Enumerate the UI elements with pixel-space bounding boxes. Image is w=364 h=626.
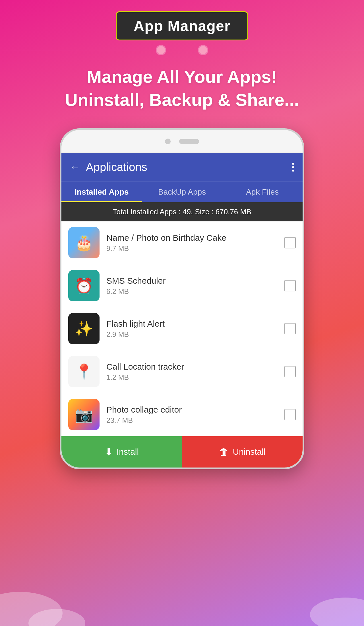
stats-bar: Total Installed Apps : 49, Size : 670.76…: [61, 202, 303, 221]
app-size-call: 1.2 MB: [106, 373, 284, 382]
phone-camera: [165, 139, 171, 144]
tagline: Manage All Your Apps! Uninstall, Backup …: [48, 65, 316, 111]
app-size-birthday: 9.7 MB: [106, 244, 284, 253]
call-icon: 📍: [68, 356, 100, 387]
app-info-birthday: Name / Photo on Birthday Cake 9.7 MB: [106, 233, 284, 253]
birthday-icon: 🎂: [68, 227, 100, 258]
app-info-photo: Photo collage editor 23.7 MB: [106, 405, 284, 425]
phone-top: [61, 130, 303, 153]
app-info-call: Call Location tracker 1.2 MB: [106, 362, 284, 382]
app-size-sms: 6.2 MB: [106, 287, 284, 296]
more-dot-1: [292, 163, 294, 165]
app-name-birthday: Name / Photo on Birthday Cake: [106, 233, 284, 243]
app-list: 🎂 Name / Photo on Birthday Cake 9.7 MB ⏰…: [61, 221, 303, 436]
app-bar-title: Applications: [86, 161, 147, 174]
app-bar: ← Applications: [61, 153, 303, 182]
app-icon-flash: ✨: [68, 313, 100, 344]
app-checkbox-flash[interactable]: [284, 323, 296, 334]
app-name-flash: Flash light Alert: [106, 319, 284, 329]
tagline-line2: Uninstall, Backup & Share...: [65, 88, 299, 112]
app-icon-call: 📍: [68, 356, 100, 387]
app-icon-photo: 📷: [68, 399, 100, 430]
deco-line: [0, 46, 364, 54]
photo-icon: 📷: [68, 399, 100, 430]
install-icon: ⬇: [105, 446, 113, 458]
app-checkbox-sms[interactable]: [284, 280, 296, 291]
bottom-buttons: ⬇ Install 🗑 Uninstall: [61, 436, 303, 468]
app-checkbox-birthday[interactable]: [284, 237, 296, 248]
more-dot-2: [292, 166, 294, 168]
phone-speaker: [179, 139, 199, 144]
app-icon-sms: ⏰: [68, 270, 100, 301]
top-header: App Manager Manage All Your Apps! Uninst…: [0, 0, 364, 111]
more-menu-button[interactable]: [292, 163, 294, 172]
flash-icon: ✨: [68, 313, 100, 344]
cloud-2: [310, 598, 364, 626]
app-info-flash: Flash light Alert 2.9 MB: [106, 319, 284, 339]
uninstall-button[interactable]: 🗑 Uninstall: [182, 436, 303, 468]
app-item-sms[interactable]: ⏰ SMS Scheduler 6.2 MB: [61, 264, 303, 307]
app-size-flash: 2.9 MB: [106, 330, 284, 339]
tab-installed[interactable]: Installed Apps: [61, 182, 142, 202]
phone-container: ← Applications Installed Apps BackUp App…: [0, 128, 364, 469]
deco-circle-left: [157, 46, 165, 54]
uninstall-label: Uninstall: [233, 447, 265, 457]
phone-mockup: ← Applications Installed Apps BackUp App…: [60, 128, 304, 469]
app-checkbox-photo[interactable]: [284, 409, 296, 420]
volume-up-button[interactable]: [303, 215, 304, 232]
tab-apk[interactable]: Apk Files: [222, 182, 303, 202]
stats-text: Total Installed Apps : 49, Size : 670.76…: [113, 207, 251, 216]
tabs-container: Installed Apps BackUp Apps Apk Files: [61, 182, 303, 202]
app-icon-birthday: 🎂: [68, 227, 100, 258]
volume-down-button[interactable]: [303, 238, 304, 255]
sms-icon: ⏰: [68, 270, 100, 301]
app-title: App Manager: [134, 18, 230, 34]
app-item-photo[interactable]: 📷 Photo collage editor 23.7 MB: [61, 393, 303, 436]
install-button[interactable]: ⬇ Install: [61, 436, 182, 468]
more-dot-3: [292, 170, 294, 172]
cloud-1: [0, 592, 63, 626]
clouds: [0, 569, 364, 626]
uninstall-icon: 🗑: [219, 446, 229, 458]
app-item-call[interactable]: 📍 Call Location tracker 1.2 MB: [61, 350, 303, 393]
app-name-call: Call Location tracker: [106, 362, 284, 372]
tab-backup[interactable]: BackUp Apps: [142, 182, 222, 202]
cloud-3: [28, 609, 85, 626]
app-name-photo: Photo collage editor: [106, 405, 284, 415]
back-button[interactable]: ←: [70, 161, 80, 173]
app-bar-left: ← Applications: [70, 161, 147, 174]
app-checkbox-call[interactable]: [284, 366, 296, 377]
install-label: Install: [117, 447, 139, 457]
app-item-birthday[interactable]: 🎂 Name / Photo on Birthday Cake 9.7 MB: [61, 221, 303, 264]
deco-circle-right: [199, 46, 207, 54]
app-size-photo: 23.7 MB: [106, 416, 284, 425]
app-name-sms: SMS Scheduler: [106, 276, 284, 286]
app-info-sms: SMS Scheduler 6.2 MB: [106, 276, 284, 296]
tagline-line1: Manage All Your Apps!: [65, 65, 299, 88]
phone-side-buttons: [303, 215, 304, 255]
app-title-bar: App Manager: [116, 11, 248, 40]
app-item-flash[interactable]: ✨ Flash light Alert 2.9 MB: [61, 307, 303, 350]
app-screen: ← Applications Installed Apps BackUp App…: [61, 153, 303, 468]
